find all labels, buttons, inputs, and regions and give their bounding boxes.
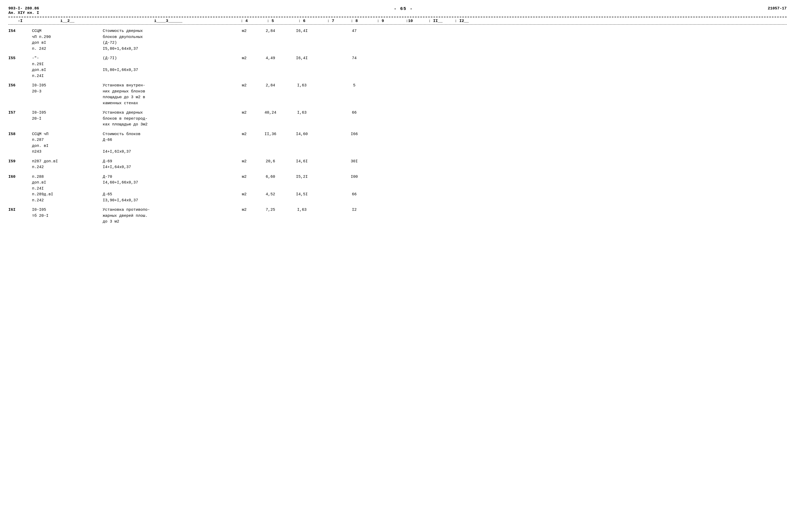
- row-6-col-2: Д-70 I4,60+I,66х0,37 Д-65 I3,90+I,64х0,3…: [103, 174, 234, 204]
- row-0-col-0: I54: [8, 28, 32, 34]
- col-header-12: : I2__: [449, 19, 475, 23]
- col-header-7: : 7: [318, 19, 344, 23]
- row-3-col-4: 40,24: [255, 110, 286, 116]
- header-doc-id: 21057-17: [768, 6, 787, 11]
- row-5-col-7: 30I: [344, 159, 365, 165]
- row-3-col-3: м2: [234, 110, 255, 116]
- row-4-col-1: ССЦМ чП п.287 доп. вI п243: [32, 131, 103, 155]
- row-1-col-3: м2: [234, 56, 255, 61]
- row-3-col-1: I0-I05 20-I: [32, 110, 103, 122]
- row-5-col-3: м2: [234, 159, 255, 165]
- table-row: I57I0-I05 20-IУстановка дверных блоков в…: [8, 108, 787, 129]
- row-1-col-4: 4,49: [255, 56, 286, 61]
- table-row: I6II0-I05 тб 20-IУстановка противопо- жа…: [8, 206, 787, 226]
- row-7-col-3: м2: [234, 207, 255, 213]
- col-header-1: -I: [8, 19, 32, 23]
- row-2-col-2: Установка внутрен- них дверных блоков пл…: [103, 83, 234, 106]
- row-4-col-2: Стоимость блоков Д-66 I4+I,6Iх0,37: [103, 131, 234, 155]
- row-7-col-4: 7,25: [255, 207, 286, 213]
- col-header-8: : 8: [344, 19, 365, 23]
- col-header-3: i____3______: [103, 19, 234, 23]
- table-row: I56I0-I05 20-3Установка внутрен- них две…: [8, 81, 787, 108]
- table-row: I54ССЦМ чП п.290 доп вI п. 242Стоимость …: [8, 27, 787, 53]
- row-4-col-3: м2: [234, 131, 255, 137]
- row-3-col-7: 66: [344, 110, 365, 116]
- col-header-4: : 4: [234, 19, 255, 23]
- header: 903-I- 280.86 Ан. XIY кн. I - 65 - 21057…: [8, 6, 787, 15]
- row-5-col-5: I4,6I: [286, 159, 318, 165]
- header-doc-number: 903-I- 280.86: [8, 6, 39, 11]
- row-5-col-0: I59: [8, 159, 32, 165]
- row-1-col-1: -"- п.29I доп.вI п.24I: [32, 56, 103, 79]
- row-2-col-7: 5: [344, 83, 365, 89]
- row-3-col-2: Установка дверных блоков в перегород- ка…: [103, 110, 234, 128]
- row-2-col-0: I56: [8, 83, 32, 89]
- row-0-col-3: м2: [234, 28, 255, 34]
- table-body: I54ССЦМ чП п.290 доп вI п. 242Стоимость …: [8, 27, 787, 226]
- row-3-col-0: I57: [8, 110, 32, 116]
- col-header-9: : 9: [365, 19, 396, 23]
- row-6-col-4: 6,60 4,52: [255, 174, 286, 198]
- row-0-col-2: Стоимость дверных блоков двупольных (Д-7…: [103, 28, 234, 52]
- row-1-col-7: 74: [344, 56, 365, 61]
- row-6-col-5: I5,2I I4,5I: [286, 174, 318, 198]
- row-4-col-7: I66: [344, 131, 365, 137]
- col-header-10: :10: [396, 19, 422, 23]
- col-header-6: : 6: [286, 19, 318, 23]
- row-5-col-2: Д-69 I4+I,64х0,37: [103, 159, 234, 170]
- row-4-col-5: I4,60: [286, 131, 318, 137]
- row-6-col-7: I00 66: [344, 174, 365, 198]
- row-2-col-5: I,63: [286, 83, 318, 89]
- header-left: 903-I- 280.86 Ан. XIY кн. I: [8, 6, 39, 15]
- row-2-col-3: м2: [234, 83, 255, 89]
- row-6-col-0: I60: [8, 174, 32, 180]
- row-7-col-5: I,63: [286, 207, 318, 213]
- column-headers: -I i__2__ i____3______ : 4 : 5 : 6 : 7 :…: [8, 19, 787, 25]
- row-5-col-1: п287 доп.вI п.242: [32, 159, 103, 170]
- row-3-col-5: I,63: [286, 110, 318, 116]
- row-0-col-1: ССЦМ чП п.290 доп вI п. 242: [32, 28, 103, 52]
- row-7-col-2: Установка противопо- жарных дверей плош.…: [103, 207, 234, 225]
- row-6-col-1: п.288 доп.вI п.24I п.289д.вI п.242: [32, 174, 103, 204]
- top-divider: [8, 17, 787, 17]
- row-7-col-0: I6I: [8, 207, 32, 213]
- row-1-col-5: I6,4I: [286, 56, 318, 61]
- row-0-col-5: I6,4I: [286, 28, 318, 34]
- table-row: I58ССЦМ чП п.287 доп. вI п243Стоимость б…: [8, 130, 787, 156]
- row-6-col-3: м2 м2: [234, 174, 255, 198]
- col-header-2: i__2__: [32, 19, 103, 23]
- header-page-number: - 65 -: [394, 6, 413, 11]
- row-0-col-7: 47: [344, 28, 365, 34]
- row-4-col-4: II,36: [255, 131, 286, 137]
- table-row: I55-"- п.29I доп.вI п.24I(Д-7I) I5,80+I,…: [8, 54, 787, 81]
- row-7-col-1: I0-I05 тб 20-I: [32, 207, 103, 219]
- col-header-11: : II__: [422, 19, 449, 23]
- row-4-col-0: I58: [8, 131, 32, 137]
- header-doc-ref: Ан. XIY кн. I: [8, 11, 39, 15]
- row-5-col-4: 20,6: [255, 159, 286, 165]
- row-1-col-0: I55: [8, 56, 32, 61]
- row-7-col-7: I2: [344, 207, 365, 213]
- row-0-col-4: 2,84: [255, 28, 286, 34]
- row-1-col-2: (Д-7I) I5,80+I,66х0,37: [103, 56, 234, 73]
- row-2-col-1: I0-I05 20-3: [32, 83, 103, 95]
- table-row: I60п.288 доп.вI п.24I п.289д.вI п.242Д-7…: [8, 173, 787, 205]
- col-header-5: : 5: [255, 19, 286, 23]
- table-row: I59п287 доп.вI п.242Д-69 I4+I,64х0,37м22…: [8, 157, 787, 172]
- row-2-col-4: 2,84: [255, 83, 286, 89]
